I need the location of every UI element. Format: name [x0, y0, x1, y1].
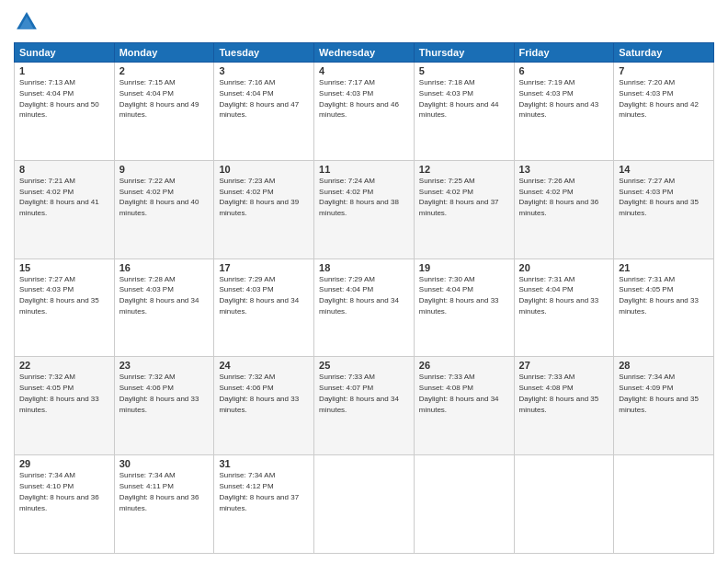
- calendar-cell: 19 Sunrise: 7:30 AMSunset: 4:04 PMDaylig…: [414, 259, 514, 357]
- day-number: 29: [19, 458, 109, 469]
- day-number: 11: [319, 164, 409, 175]
- day-number: 9: [119, 164, 210, 175]
- cell-info: Sunrise: 7:15 AMSunset: 4:04 PMDaylight:…: [119, 78, 199, 119]
- calendar-cell: 29 Sunrise: 7:34 AMSunset: 4:10 PMDaylig…: [15, 455, 115, 554]
- cell-info: Sunrise: 7:32 AMSunset: 4:05 PMDaylight:…: [19, 373, 99, 413]
- day-number: 22: [19, 360, 109, 371]
- calendar-week-1: 1 Sunrise: 7:13 AMSunset: 4:04 PMDayligh…: [15, 63, 714, 161]
- day-number: 10: [219, 164, 309, 175]
- calendar-cell: 2 Sunrise: 7:15 AMSunset: 4:04 PMDayligh…: [114, 63, 214, 161]
- cell-info: Sunrise: 7:19 AMSunset: 4:03 PMDaylight:…: [519, 78, 599, 119]
- calendar-cell: 14 Sunrise: 7:27 AMSunset: 4:03 PMDaylig…: [614, 160, 714, 259]
- day-number: 4: [319, 65, 409, 76]
- logo-icon: [14, 9, 40, 35]
- cell-info: Sunrise: 7:34 AMSunset: 4:09 PMDaylight:…: [619, 373, 699, 413]
- day-number: 23: [119, 360, 210, 371]
- day-number: 6: [519, 65, 609, 76]
- cell-info: Sunrise: 7:30 AMSunset: 4:04 PMDaylight:…: [419, 275, 499, 316]
- calendar-cell: 1 Sunrise: 7:13 AMSunset: 4:04 PMDayligh…: [15, 63, 115, 161]
- day-number: 26: [419, 360, 509, 371]
- day-header-wednesday: Wednesday: [314, 43, 415, 63]
- day-number: 15: [19, 262, 109, 273]
- day-number: 12: [419, 164, 509, 175]
- cell-info: Sunrise: 7:25 AMSunset: 4:02 PMDaylight:…: [419, 177, 499, 217]
- calendar-cell: 22 Sunrise: 7:32 AMSunset: 4:05 PMDaylig…: [15, 357, 115, 455]
- calendar-week-5: 29 Sunrise: 7:34 AMSunset: 4:10 PMDaylig…: [15, 455, 714, 554]
- calendar-cell: 25 Sunrise: 7:33 AMSunset: 4:07 PMDaylig…: [314, 357, 415, 455]
- calendar-header-row: SundayMondayTuesdayWednesdayThursdayFrid…: [15, 43, 714, 63]
- calendar-week-2: 8 Sunrise: 7:21 AMSunset: 4:02 PMDayligh…: [15, 160, 714, 259]
- day-header-saturday: Saturday: [614, 43, 714, 63]
- logo: [14, 9, 43, 35]
- cell-info: Sunrise: 7:22 AMSunset: 4:02 PMDaylight:…: [119, 177, 199, 217]
- calendar-cell: 20 Sunrise: 7:31 AMSunset: 4:04 PMDaylig…: [514, 259, 614, 357]
- day-header-monday: Monday: [114, 43, 214, 63]
- calendar-cell: 27 Sunrise: 7:33 AMSunset: 4:08 PMDaylig…: [514, 357, 614, 455]
- cell-info: Sunrise: 7:33 AMSunset: 4:08 PMDaylight:…: [419, 373, 499, 413]
- cell-info: Sunrise: 7:26 AMSunset: 4:02 PMDaylight:…: [519, 177, 599, 217]
- day-number: 2: [119, 65, 210, 76]
- day-number: 8: [19, 164, 109, 175]
- cell-info: Sunrise: 7:34 AMSunset: 4:10 PMDaylight:…: [19, 471, 99, 511]
- day-number: 28: [619, 360, 709, 371]
- day-header-thursday: Thursday: [414, 43, 514, 63]
- calendar-cell: 31 Sunrise: 7:34 AMSunset: 4:12 PMDaylig…: [214, 455, 314, 554]
- calendar-cell: 13 Sunrise: 7:26 AMSunset: 4:02 PMDaylig…: [514, 160, 614, 259]
- cell-info: Sunrise: 7:27 AMSunset: 4:03 PMDaylight:…: [19, 275, 99, 316]
- day-header-tuesday: Tuesday: [214, 43, 314, 63]
- cell-info: Sunrise: 7:27 AMSunset: 4:03 PMDaylight:…: [619, 177, 699, 217]
- cell-info: Sunrise: 7:32 AMSunset: 4:06 PMDaylight:…: [219, 373, 299, 413]
- calendar-cell: 3 Sunrise: 7:16 AMSunset: 4:04 PMDayligh…: [214, 63, 314, 161]
- calendar-cell: 8 Sunrise: 7:21 AMSunset: 4:02 PMDayligh…: [15, 160, 115, 259]
- day-number: 24: [219, 360, 309, 371]
- calendar-week-3: 15 Sunrise: 7:27 AMSunset: 4:03 PMDaylig…: [15, 259, 714, 357]
- day-number: 21: [619, 262, 709, 273]
- cell-info: Sunrise: 7:24 AMSunset: 4:02 PMDaylight:…: [319, 177, 399, 217]
- cell-info: Sunrise: 7:20 AMSunset: 4:03 PMDaylight:…: [619, 78, 699, 119]
- calendar-cell: 7 Sunrise: 7:20 AMSunset: 4:03 PMDayligh…: [614, 63, 714, 161]
- day-number: 7: [619, 65, 709, 76]
- day-number: 25: [319, 360, 409, 371]
- day-number: 3: [219, 65, 309, 76]
- header: [14, 9, 714, 35]
- calendar-cell: 10 Sunrise: 7:23 AMSunset: 4:02 PMDaylig…: [214, 160, 314, 259]
- calendar-cell: 17 Sunrise: 7:29 AMSunset: 4:03 PMDaylig…: [214, 259, 314, 357]
- calendar-cell: 12 Sunrise: 7:25 AMSunset: 4:02 PMDaylig…: [414, 160, 514, 259]
- cell-info: Sunrise: 7:16 AMSunset: 4:04 PMDaylight:…: [219, 78, 299, 119]
- cell-info: Sunrise: 7:13 AMSunset: 4:04 PMDaylight:…: [19, 78, 99, 119]
- calendar-cell: 26 Sunrise: 7:33 AMSunset: 4:08 PMDaylig…: [414, 357, 514, 455]
- day-number: 16: [119, 262, 210, 273]
- calendar-cell: 6 Sunrise: 7:19 AMSunset: 4:03 PMDayligh…: [514, 63, 614, 161]
- calendar-cell: [614, 455, 714, 554]
- cell-info: Sunrise: 7:34 AMSunset: 4:12 PMDaylight:…: [219, 471, 299, 511]
- calendar-cell: [514, 455, 614, 554]
- calendar-cell: 30 Sunrise: 7:34 AMSunset: 4:11 PMDaylig…: [114, 455, 214, 554]
- cell-info: Sunrise: 7:17 AMSunset: 4:03 PMDaylight:…: [319, 78, 399, 119]
- day-header-sunday: Sunday: [15, 43, 115, 63]
- calendar-cell: 15 Sunrise: 7:27 AMSunset: 4:03 PMDaylig…: [15, 259, 115, 357]
- cell-info: Sunrise: 7:33 AMSunset: 4:08 PMDaylight:…: [519, 373, 599, 413]
- cell-info: Sunrise: 7:32 AMSunset: 4:06 PMDaylight:…: [119, 373, 199, 413]
- day-number: 18: [319, 262, 409, 273]
- day-number: 19: [419, 262, 509, 273]
- day-number: 31: [219, 458, 309, 469]
- calendar-cell: [314, 455, 415, 554]
- day-number: 1: [19, 65, 109, 76]
- calendar-table: SundayMondayTuesdayWednesdayThursdayFrid…: [14, 42, 714, 554]
- cell-info: Sunrise: 7:28 AMSunset: 4:03 PMDaylight:…: [119, 275, 199, 316]
- calendar-week-4: 22 Sunrise: 7:32 AMSunset: 4:05 PMDaylig…: [15, 357, 714, 455]
- calendar-cell: [414, 455, 514, 554]
- calendar-cell: 9 Sunrise: 7:22 AMSunset: 4:02 PMDayligh…: [114, 160, 214, 259]
- day-number: 30: [119, 458, 210, 469]
- calendar-cell: 11 Sunrise: 7:24 AMSunset: 4:02 PMDaylig…: [314, 160, 415, 259]
- cell-info: Sunrise: 7:31 AMSunset: 4:05 PMDaylight:…: [619, 275, 699, 316]
- day-number: 20: [519, 262, 609, 273]
- cell-info: Sunrise: 7:21 AMSunset: 4:02 PMDaylight:…: [19, 177, 99, 217]
- calendar-cell: 4 Sunrise: 7:17 AMSunset: 4:03 PMDayligh…: [314, 63, 415, 161]
- cell-info: Sunrise: 7:33 AMSunset: 4:07 PMDaylight:…: [319, 373, 399, 413]
- calendar-cell: 18 Sunrise: 7:29 AMSunset: 4:04 PMDaylig…: [314, 259, 415, 357]
- day-number: 5: [419, 65, 509, 76]
- cell-info: Sunrise: 7:18 AMSunset: 4:03 PMDaylight:…: [419, 78, 499, 119]
- cell-info: Sunrise: 7:31 AMSunset: 4:04 PMDaylight:…: [519, 275, 599, 316]
- calendar-cell: 16 Sunrise: 7:28 AMSunset: 4:03 PMDaylig…: [114, 259, 214, 357]
